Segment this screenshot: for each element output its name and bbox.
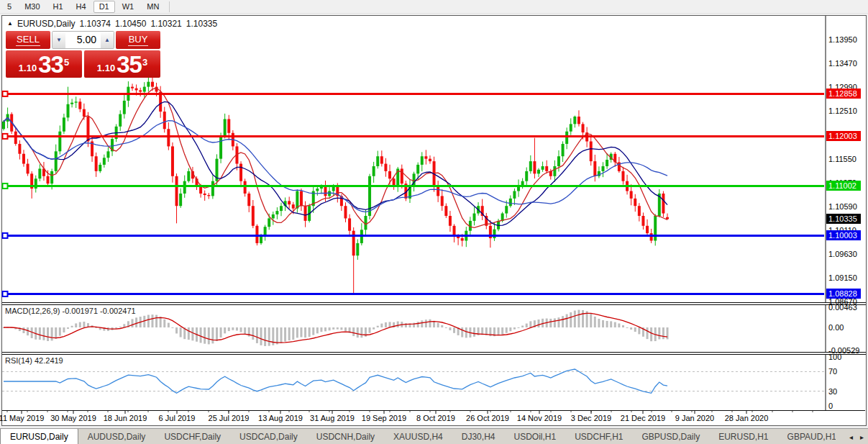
price-axis-tick: 1.13470 (828, 59, 857, 68)
tabs-scroll-right-icon[interactable]: ▸ (860, 433, 864, 441)
chart-symbol-title: EURUSD,Daily (17, 19, 76, 29)
time-axis-separator (2, 410, 865, 411)
level-price-badge: 1.12858 (826, 89, 861, 99)
timeframe-toolbar: 5M30H1H4D1W1MN (0, 0, 868, 14)
timeframe-button-m30[interactable]: M30 (19, 1, 45, 13)
sell-price-point: 5 (64, 50, 69, 75)
macd-pane-splitter[interactable] (2, 302, 866, 305)
tabs-scroll-left-icon[interactable]: ◂ (849, 433, 853, 441)
time-axis-label: 8 Oct 2019 (416, 414, 455, 422)
sell-price-figure: 1.10 (19, 61, 37, 76)
timeframe-button-h1[interactable]: H1 (47, 1, 69, 13)
rsi-axis-value: 0 (828, 402, 833, 410)
time-axis-label: 9 Jan 2020 (675, 414, 714, 422)
volume-stepper: ▼ 5.00 ▲ (52, 31, 114, 49)
current-price-badge: 1.10335 (826, 214, 861, 224)
time-axis-label: 26 Oct 2019 (466, 414, 509, 422)
symbol-tab-xauusd-h4[interactable]: XAUUSD,H4 (384, 429, 452, 444)
price-axis-tick: 1.09630 (828, 250, 857, 258)
price-axis-tick: 1.09150 (828, 273, 857, 282)
symbol-tab-usdcnh-daily[interactable]: USDCNH,Daily (307, 429, 384, 444)
price-axis-tick: 1.11550 (828, 155, 856, 163)
buy-price-figure: 1.10 (97, 61, 115, 76)
macd-label: MACD(12,26,9) -0.001971 -0.002471 (5, 307, 136, 315)
volume-decrease-button[interactable]: ▼ (52, 32, 65, 48)
toolbar-separator (169, 1, 170, 12)
symbol-tab-usdoil-h1[interactable]: USDOil,H1 (504, 429, 565, 444)
ohlc-open: 1.10374 (80, 19, 111, 29)
ohlc-close: 1.10335 (186, 19, 217, 29)
buy-price-panel[interactable]: 1.10 35 3 (84, 50, 160, 78)
level-price-badge: 1.12003 (826, 131, 861, 141)
buy-button[interactable]: BUY (116, 31, 160, 49)
sell-price-pips: 33 (38, 54, 63, 76)
timeframe-button-h4[interactable]: H4 (70, 1, 92, 13)
level-price-badge: 1.10003 (826, 230, 861, 240)
time-axis-label: 21 Dec 2019 (621, 414, 665, 422)
time-axis-label: 14 Nov 2019 (517, 414, 562, 422)
chart-ohlc-header: ▲ EURUSD,Daily 1.10374 1.10450 1.10321 1… (7, 19, 217, 29)
time-axis-label: 25 Jul 2019 (209, 414, 250, 422)
volume-input[interactable]: 5.00 (65, 32, 101, 48)
macd-axis-value: 0.00463 (828, 303, 857, 312)
price-axis-tick: 1.12510 (828, 107, 857, 115)
symbol-tab-gbpaud-h1[interactable]: GBPAUD,H1 (778, 429, 836, 444)
rsi-axis-value: 100 (828, 353, 841, 361)
buy-price-point: 3 (142, 50, 147, 75)
symbol-tab-dj30-h4[interactable]: DJ30,H4 (452, 429, 505, 444)
time-axis-label: 31 Aug 2019 (310, 414, 355, 422)
macd-axis-value: 0.00 (828, 323, 844, 332)
rsi-axis-value: 30 (828, 387, 837, 396)
symbol-tab-eurusd-h1[interactable]: EURUSD,H1 (709, 429, 777, 444)
time-axis-label: 13 Aug 2019 (258, 414, 303, 422)
collapse-triangle-icon[interactable]: ▲ (7, 20, 13, 27)
time-axis-label: 18 Jun 2019 (104, 414, 147, 422)
sell-price-panel[interactable]: 1.10 33 5 (6, 50, 82, 78)
price-axis-tick: 1.13950 (828, 35, 857, 44)
time-axis-label: 19 Sep 2019 (362, 414, 406, 422)
time-axis-label: 30 May 2019 (50, 414, 96, 422)
symbol-tab-usdchf-daily[interactable]: USDCHF,Daily (155, 429, 230, 444)
time-axis-label: 6 Jul 2019 (159, 414, 196, 422)
symbol-tab-bar: EURUSD,DailyAUDUSD,DailyUSDCHF,DailyUSDC… (0, 428, 868, 444)
symbol-tab-audusd-daily[interactable]: AUDUSD,Daily (78, 429, 155, 444)
timeframe-button-mn[interactable]: MN (141, 1, 165, 13)
volume-increase-button[interactable]: ▲ (101, 32, 114, 48)
price-axis-tick: 1.10590 (828, 202, 857, 211)
timeframe-button-5[interactable]: 5 (1, 1, 17, 13)
symbol-tab-eurusd-daily[interactable]: EURUSD,Daily (0, 428, 78, 444)
symbol-tab-gbpusd-daily[interactable]: GBPUSD,Daily (633, 429, 710, 444)
time-axis-label: 3 Dec 2019 (571, 414, 611, 422)
sell-button[interactable]: SELL (6, 31, 50, 49)
ohlc-low: 1.10321 (150, 19, 181, 29)
rsi-axis-value: 70 (828, 367, 837, 376)
time-axis-label: 28 Jan 2020 (725, 414, 769, 422)
rsi-label: RSI(14) 42.2419 (5, 356, 63, 365)
symbol-tab-usdchf-h1[interactable]: USDCHF,H1 (565, 429, 632, 444)
timeframe-button-w1[interactable]: W1 (117, 1, 140, 13)
rsi-pane-splitter[interactable] (2, 352, 866, 355)
buy-price-pips: 35 (117, 54, 142, 76)
level-price-badge: 1.08828 (826, 289, 861, 299)
time-axis-label: 11 May 2019 (0, 414, 44, 422)
symbol-tab-usdcad-daily[interactable]: USDCAD,Daily (230, 429, 307, 444)
level-price-badge: 1.11002 (826, 181, 861, 191)
one-click-trading-widget: SELL ▼ 5.00 ▲ BUY 1.10 33 5 1.10 35 3 (6, 31, 160, 78)
ohlc-high: 1.10450 (115, 19, 146, 29)
timeframe-button-d1[interactable]: D1 (93, 1, 115, 13)
